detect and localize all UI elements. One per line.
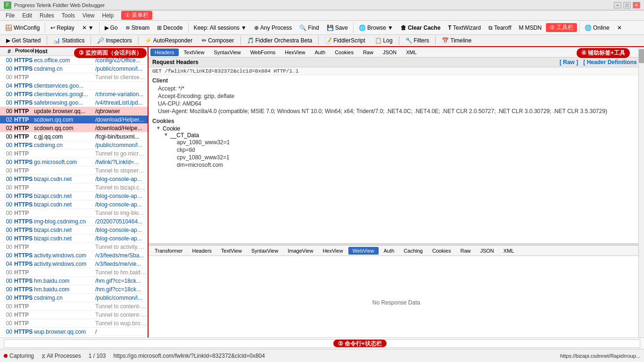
go-button[interactable]: ▶ Go (101, 22, 121, 33)
session-row[interactable]: 00 HTTPS hm.baidu.com /hm.gif?cc=18ck... (0, 285, 148, 294)
tab-fiddler-orchestra[interactable]: 🎵 Fiddler Orchestra Beta (243, 35, 317, 46)
session-row[interactable]: 00 HTTP Tunnel to go.microsoft.com (0, 149, 148, 158)
session-row[interactable]: 00 HTTPS bizapi.csdn.net /blog-console-a… (0, 226, 148, 234)
session-row[interactable]: 00 HTTPS clientservices.googl... /chrome… (0, 90, 148, 99)
keep-button[interactable]: Keep: All sessions ▼ (190, 22, 250, 33)
resp-tab-headers[interactable]: Headers (188, 247, 216, 255)
session-row[interactable]: 00 HTTPS hm.baidu.com /hm.gif?cc=18ck... (0, 277, 148, 285)
tearoff-button[interactable]: ⧉ Tearoff (485, 22, 514, 33)
resp-tab-xml[interactable]: XML (499, 247, 519, 255)
session-row[interactable]: 00 HTTP update.browser.qq... /qbrowser (0, 107, 148, 115)
find-button[interactable]: 🔍 Find (296, 22, 322, 33)
session-row[interactable]: 00 HTTP Tunnel to content-autofill.g... (0, 311, 148, 319)
online-button[interactable]: 🌐 Online (581, 22, 613, 33)
tab-composer[interactable]: ✏ Composer (198, 35, 238, 46)
session-row[interactable]: 00 HTTPS safebrowsing.goo... /v4/threatL… (0, 99, 148, 107)
req-tab-textview[interactable]: TextView (180, 49, 209, 56)
session-row[interactable]: 04 HTTPS activity.windows.com /v3/feeds/… (0, 260, 148, 268)
command-input[interactable] (4, 339, 640, 348)
resp-tab-webview[interactable]: WebView (348, 247, 379, 255)
tab-timeline[interactable]: 📅 Timeline (438, 35, 476, 46)
session-row[interactable]: 00 HTTPS bizapi.csdn.net /blog-console-a… (0, 234, 148, 243)
close-online-button[interactable]: ✕ (614, 22, 625, 33)
menu-help[interactable]: Help (99, 11, 118, 20)
resp-tab-raw[interactable]: Raw (456, 247, 475, 255)
close-button[interactable]: ✕ (633, 2, 640, 8)
right-scrollbar[interactable] (638, 47, 644, 349)
session-row[interactable]: 00 HTTPS bizapi.csdn.net /blog-console-a… (0, 192, 148, 200)
menu-rules[interactable]: Rules (36, 11, 58, 20)
clearcache-button[interactable]: 🗑 Clear Cache (397, 22, 444, 33)
session-row[interactable]: 00 HTTPS img-blog.csdnimg.cn /2020070510… (0, 217, 148, 226)
session-row[interactable]: 00 HTTP c.gj.qq.com /fcgi-bin/busxml... (0, 132, 148, 141)
session-row[interactable]: 02 HTTP scdown.qq.com /download/Helper..… (0, 115, 148, 124)
textwizard-button[interactable]: T TextWizard (445, 22, 484, 33)
resp-tab-imageview[interactable]: ImageView (283, 247, 317, 255)
session-row[interactable]: 00 HTTP Tunnel to content-autofill.g... (0, 302, 148, 311)
header-def-link[interactable]: [ Header Definitions ] (583, 59, 640, 66)
menu-edit[interactable]: Edit (18, 11, 36, 20)
winconfig-button[interactable]: 🪟 WinConfig (2, 22, 43, 33)
resp-tab-transformer[interactable]: Transformer (150, 247, 187, 255)
tab-autoresponder[interactable]: ⚡ AutoResponder (140, 35, 197, 46)
right-scrollbar-thumb[interactable] (639, 49, 644, 63)
browse-button[interactable]: 🌐 Browse ▼ (355, 22, 396, 33)
resp-tab-syntaxview[interactable]: SyntaxView (247, 247, 282, 255)
session-row[interactable]: 02 HTTP scdown.qq.com /download/Helpe... (0, 124, 148, 132)
replay-button[interactable]: ↩ Replay (47, 22, 77, 33)
req-tab-syntaxview[interactable]: SyntaxView (209, 49, 245, 56)
req-tab-webforms[interactable]: WebForms (246, 49, 280, 56)
tab-get-started[interactable]: ▶ Get Started (2, 35, 45, 46)
resp-tab-caching[interactable]: Caching (399, 247, 427, 255)
session-row[interactable]: 00 HTTPS go.microsoft.com /fwlink/?LinkI… (0, 158, 148, 166)
resp-tab-textview[interactable]: TextView (217, 247, 246, 255)
decode-button[interactable]: ⊞ Decode (154, 22, 186, 33)
session-row[interactable]: 00 HTTP Tunnel to img-blog.csdnimg... (0, 209, 148, 217)
req-tab-auth[interactable]: Auth (311, 49, 330, 56)
menu-view[interactable]: View (79, 11, 99, 20)
raw-link[interactable]: [ Raw ] (560, 59, 578, 66)
menu-file[interactable]: File (2, 11, 18, 20)
session-row[interactable]: 00 HTTPS csdnimg.cn /public/common/l... (0, 141, 148, 149)
req-tab-hexview[interactable]: HexView (281, 49, 309, 56)
session-row[interactable]: 00 HTTPS activity.windows.com /v3/feeds/… (0, 251, 148, 260)
req-tab-json[interactable]: JSON (379, 49, 401, 56)
maximize-button[interactable]: □ (623, 2, 631, 8)
session-row[interactable]: 00 HTTPS csdnimg.cn /public/common/l... (0, 65, 148, 73)
req-tab-cookies[interactable]: Cookies (330, 49, 358, 56)
tab-fiddlerscript[interactable]: 📝 FiddlerScript (321, 35, 369, 46)
resp-tab-hexview[interactable]: HexView (318, 247, 347, 255)
minimize-button[interactable]: – (614, 2, 621, 8)
session-row[interactable]: 00 HTTP Tunnel to wup.browser.qq... (0, 319, 148, 328)
menu-tools[interactable]: Tools (58, 11, 79, 20)
session-row[interactable]: 00 HTTP Tunnel to bizapi.csdn.net:... (0, 183, 148, 192)
session-row[interactable]: 04 HTTPS clientservices.goo... (0, 82, 148, 90)
stream-button[interactable]: ≋ Stream (122, 22, 153, 33)
req-tab-raw[interactable]: Raw (359, 49, 378, 56)
expand-icon[interactable]: ▼ (156, 125, 161, 131)
save-button[interactable]: 💾 Save (323, 22, 351, 33)
req-tab-xml[interactable]: XML (402, 49, 421, 56)
tab-inspectors[interactable]: 🔎 Inspectors (93, 35, 136, 46)
msdn-button[interactable]: M MSDN (515, 22, 545, 33)
session-row[interactable]: 00 HTTP Tunnel to hm.baidu.com:4... (0, 268, 148, 277)
msdn-icon: M (519, 25, 523, 31)
tab-statistics[interactable]: 📊 Statistics (49, 35, 89, 46)
session-row[interactable]: 00 HTTPS bizapi.csdn.net /blog-console-a… (0, 200, 148, 209)
session-row[interactable]: 00 HTTP Tunnel to activity.windows... (0, 243, 148, 251)
resp-tab-cookies[interactable]: Cookies (428, 247, 455, 255)
tab-filters[interactable]: 🔧 Filters (401, 35, 434, 46)
remove-button[interactable]: ✕ ▼ (79, 22, 97, 33)
session-row[interactable]: 00 HTTPS wup.browser.qq.com / (0, 328, 148, 336)
process-button[interactable]: ⊕ Any Process (251, 22, 295, 33)
session-row[interactable]: 00 HTTPS bizapi.csdn.net /blog-console-a… (0, 175, 148, 183)
ct-expand-icon[interactable]: ▼ (164, 132, 168, 137)
session-row[interactable]: 00 HTTPS csdnimg.cn /public/common/l... (0, 294, 148, 302)
req-tab-headers[interactable]: Headers (150, 49, 179, 56)
col-proto: HTTP (13, 312, 33, 318)
resp-tab-json[interactable]: JSON (476, 247, 498, 255)
resp-tab-auth[interactable]: Auth (380, 247, 399, 255)
tab-log[interactable]: 📋 Log (371, 35, 397, 46)
session-row[interactable]: 00 HTTP Tunnel to clientservices.go... (0, 73, 148, 82)
session-row[interactable]: 00 HTTP Tunnel to stopservice.csdn... (0, 166, 148, 175)
